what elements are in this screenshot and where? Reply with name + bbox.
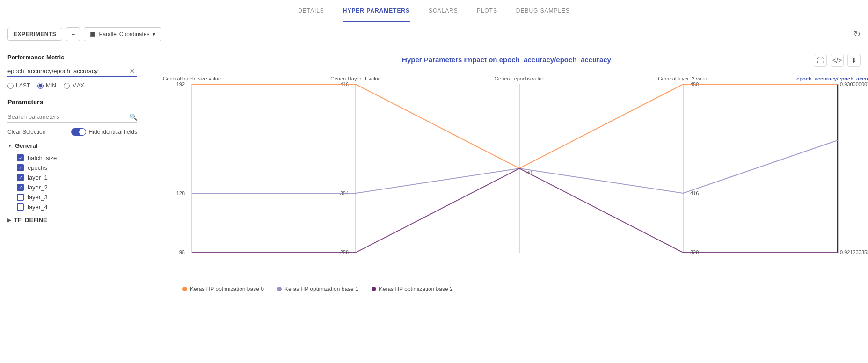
parameters-title: Parameters	[7, 98, 137, 106]
experiments-button[interactable]: EXPERIMENTS	[7, 28, 62, 41]
legend-item-0: Keras HP optimization base 0	[182, 286, 264, 292]
svg-text:0.9300000071525574: 0.9300000071525574	[840, 81, 868, 87]
tab-details[interactable]: DETAILS	[298, 1, 324, 22]
fullscreen-button[interactable]: ⛶	[814, 54, 827, 67]
chart-title: Hyper Parameters Impact on epoch_accurac…	[154, 56, 859, 64]
param-layer-2-label: layer_2	[28, 184, 48, 191]
toolbar-right: ↻	[853, 29, 861, 39]
svg-text:192: 192	[176, 81, 185, 87]
group-tf-define-label: TF_DEFINE	[14, 217, 47, 224]
legend-dot-1	[277, 287, 282, 291]
svg-text:General.layer_2.value: General.layer_2.value	[658, 76, 708, 81]
sidebar: Performance Metric ✕ LAST MIN MAX Parame…	[0, 46, 145, 363]
svg-text:0.9212333559989929: 0.9212333559989929	[840, 249, 868, 255]
legend-dot-0	[182, 287, 187, 291]
radio-max[interactable]: MAX	[64, 82, 84, 89]
parallel-coords-button[interactable]: ▦ Parallel Coordinates ▾	[84, 27, 161, 41]
param-batch-size: batch_size	[7, 153, 137, 163]
radio-min[interactable]: MIN	[37, 82, 56, 89]
parallel-coords-chart: General.batch_size.value General.layer_1…	[154, 75, 856, 276]
param-epochs: epochs	[7, 163, 137, 173]
group-general-params: batch_size epochs layer_1 layer_2 layer_…	[7, 153, 137, 212]
toolbar-left: EXPERIMENTS + ▦ Parallel Coordinates ▾	[7, 27, 161, 41]
group-tf-define-header[interactable]: ▶ TF_DEFINE	[7, 217, 137, 224]
checkbox-layer-1[interactable]	[17, 174, 24, 181]
param-batch-size-label: batch_size	[28, 154, 57, 161]
radio-group: LAST MIN MAX	[7, 82, 137, 89]
svg-text:epoch_accuracy/epoch_accuracy: epoch_accuracy/epoch_accuracy	[796, 76, 868, 81]
performance-metric-title: Performance Metric	[7, 54, 137, 61]
param-layer-1-label: layer_1	[28, 174, 48, 181]
main-layout: Performance Metric ✕ LAST MIN MAX Parame…	[0, 46, 868, 363]
param-layer-1: layer_1	[7, 173, 137, 182]
param-epochs-label: epochs	[28, 164, 47, 171]
chart-area: Hyper Parameters Impact on epoch_accurac…	[145, 46, 868, 363]
svg-text:General.layer_1.value: General.layer_1.value	[330, 76, 381, 81]
code-button[interactable]: </>	[831, 54, 844, 67]
legend-label-2: Keras HP optimization base 2	[379, 286, 453, 292]
group-general-header[interactable]: ▼ General	[7, 142, 137, 149]
experiments-label: EXPERIMENTS	[14, 31, 56, 37]
chevron-down-icon: ▼	[7, 143, 12, 148]
hide-identical-toggle[interactable]	[71, 128, 86, 136]
param-layer-3: layer_3	[7, 192, 137, 202]
checkbox-layer-2[interactable]	[17, 184, 24, 191]
parallel-label: Parallel Coordinates	[99, 31, 149, 37]
param-layer-3-label: layer_3	[28, 194, 48, 201]
radio-max-label: MAX	[72, 82, 84, 89]
legend-dot-2	[372, 287, 376, 291]
tab-hyper-parameters[interactable]: HYPER PARAMETERS	[343, 1, 410, 22]
metric-clear-button[interactable]: ✕	[127, 65, 137, 76]
parallel-icon: ▦	[90, 30, 96, 38]
radio-last[interactable]: LAST	[7, 82, 30, 89]
chart-legend: Keras HP optimization base 0 Keras HP op…	[154, 286, 859, 292]
legend-item-2: Keras HP optimization base 2	[372, 286, 453, 292]
metric-input[interactable]	[7, 65, 127, 76]
clear-selection-row: Clear Selection Hide identical fields	[7, 128, 137, 136]
hide-identical-label: Hide identical fields	[89, 129, 137, 135]
tab-debug-samples[interactable]: DEBUG SAMPLES	[516, 1, 570, 22]
radio-min-label: MIN	[46, 82, 56, 89]
param-layer-4-label: layer_4	[28, 203, 48, 211]
top-nav: DETAILS HYPER PARAMETERS SCALARS PLOTS D…	[0, 0, 868, 22]
hide-identical-row: Hide identical fields	[71, 128, 137, 136]
checkbox-batch-size[interactable]	[17, 154, 24, 161]
svg-text:General.epochs.value: General.epochs.value	[494, 76, 544, 81]
search-params-input[interactable]	[7, 111, 129, 122]
checkbox-layer-3[interactable]	[17, 194, 24, 201]
group-general-label: General	[15, 142, 37, 149]
svg-text:416: 416	[690, 190, 699, 196]
legend-label-0: Keras HP optimization base 0	[190, 286, 264, 292]
param-layer-4: layer_4	[7, 202, 137, 212]
refresh-button[interactable]: ↻	[853, 29, 861, 39]
radio-last-label: LAST	[16, 82, 30, 89]
chart-toolbar: ⛶ </> ⬇	[814, 54, 861, 67]
chevron-right-icon: ▶	[7, 218, 11, 223]
svg-text:General.batch_size.value: General.batch_size.value	[163, 76, 221, 81]
checkbox-epochs[interactable]	[17, 164, 24, 171]
clear-selection-button[interactable]: Clear Selection	[7, 129, 45, 135]
add-button[interactable]: +	[66, 27, 80, 41]
download-button[interactable]: ⬇	[847, 54, 861, 67]
tab-plots[interactable]: PLOTS	[477, 1, 497, 22]
svg-text:128: 128	[176, 190, 185, 196]
checkbox-layer-4[interactable]	[17, 203, 24, 211]
toggle-knob	[79, 129, 86, 135]
metric-input-row: ✕	[7, 65, 137, 77]
param-layer-2: layer_2	[7, 182, 137, 192]
legend-label-1: Keras HP optimization base 1	[284, 286, 358, 292]
toolbar: EXPERIMENTS + ▦ Parallel Coordinates ▾ ↻	[0, 22, 868, 46]
search-icon: 🔍	[129, 113, 137, 121]
dropdown-arrow-icon: ▾	[153, 31, 155, 37]
svg-text:96: 96	[179, 249, 185, 255]
tab-scalars[interactable]: SCALARS	[429, 1, 458, 22]
legend-item-1: Keras HP optimization base 1	[277, 286, 358, 292]
search-params-row: 🔍	[7, 111, 137, 123]
